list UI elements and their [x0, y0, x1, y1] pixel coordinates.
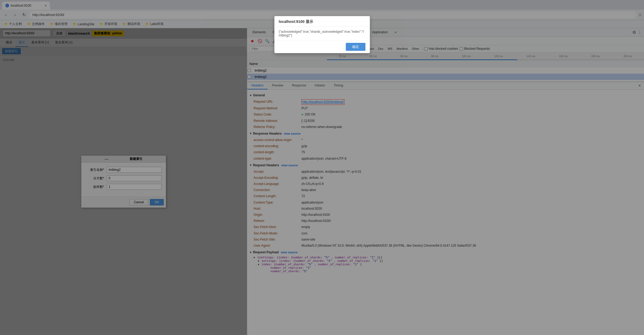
- alert-body: {"acknowledged":true,"shards_acknowledge…: [275, 27, 370, 40]
- alert-title: localhost:9100 显示: [279, 19, 313, 24]
- alert-ok-button[interactable]: 确定: [346, 43, 365, 51]
- alert-message: {"acknowledged":true,"shards_acknowledge…: [279, 30, 364, 37]
- alert-header: localhost:9100 显示: [275, 16, 370, 27]
- alert-overlay: localhost:9100 显示 {"acknowledged":true,"…: [0, 0, 644, 335]
- alert-dialog: localhost:9100 显示 {"acknowledged":true,"…: [274, 16, 370, 53]
- alert-footer: 确定: [275, 40, 370, 53]
